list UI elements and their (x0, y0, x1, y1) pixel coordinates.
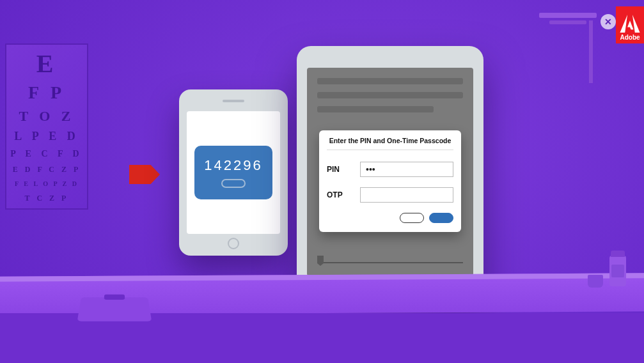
pill-bottle (609, 256, 626, 286)
otp-label: OTP (327, 190, 351, 199)
document-placeholder (317, 78, 463, 112)
pin-field-row: PIN ••• (327, 162, 453, 177)
otp-field-row: OTP (327, 187, 453, 203)
otp-code: 142296 (204, 157, 262, 174)
tablet-screen: Enter the PIN and One-Time Passcode PIN … (307, 68, 473, 276)
eye-chart-row: E (9, 51, 84, 77)
adobe-label: Adobe (620, 34, 640, 41)
eye-chart-row: F E L O P Z D (9, 181, 84, 187)
phone-speaker (223, 100, 244, 102)
otp-code-card: 142296 (194, 146, 272, 199)
cup (588, 275, 603, 288)
document-footer (317, 262, 463, 263)
phone-device: 142296 (179, 89, 288, 256)
pin-value: ••• (366, 164, 375, 174)
submit-button[interactable] (429, 213, 453, 223)
otp-input[interactable] (360, 187, 453, 203)
eye-chart-row: T O Z (9, 109, 84, 123)
pin-label: PIN (327, 165, 351, 174)
adobe-logo-icon (620, 15, 640, 33)
adobe-badge[interactable]: Adobe (616, 6, 644, 43)
phone-screen: 142296 (187, 111, 280, 234)
eye-chart-row: T C Z P (9, 194, 84, 202)
weighing-scale (539, 6, 597, 83)
dialog-title: Enter the PIN and One-Time Passcode (327, 137, 453, 150)
cancel-button[interactable] (400, 213, 424, 223)
tablet-device: Enter the PIN and One-Time Passcode PIN … (297, 46, 483, 300)
eye-chart-row: P E C F D (9, 150, 84, 158)
close-icon[interactable]: ✕ (601, 14, 616, 29)
pin-otp-dialog: Enter the PIN and One-Time Passcode PIN … (319, 130, 461, 232)
refresh-code-button[interactable] (221, 179, 246, 188)
phone-home-button[interactable] (228, 238, 239, 249)
clipboard (77, 297, 152, 321)
eye-chart-row: L P E D (9, 130, 84, 142)
eye-chart-row: E D F C Z P (9, 166, 84, 173)
eye-chart: E F P T O Z L P E D P E C F D E D F C Z … (5, 43, 88, 210)
pin-input[interactable]: ••• (360, 162, 453, 177)
eye-chart-row: F P (9, 84, 84, 102)
